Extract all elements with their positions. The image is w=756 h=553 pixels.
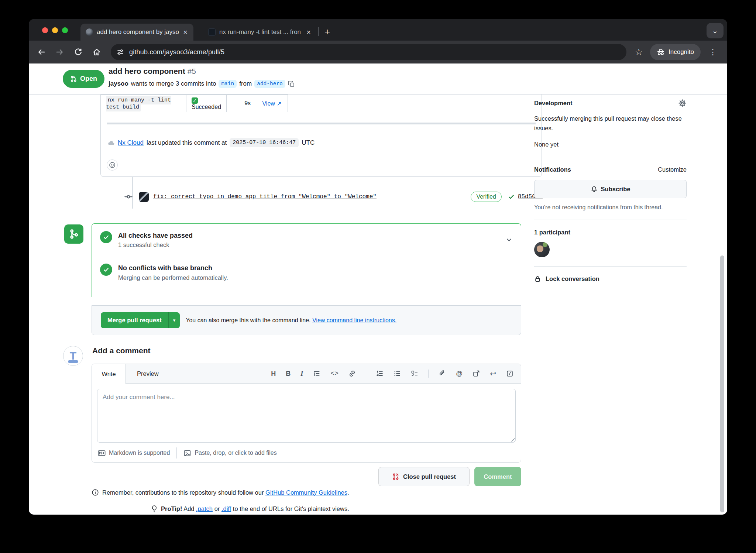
tab-nx-run[interactable]: nx run-many -t lint test ... fron ×	[203, 24, 317, 41]
attach-file-icon[interactable]	[439, 370, 446, 377]
lock-conversation-button[interactable]: Lock conversation	[534, 275, 687, 282]
back-icon[interactable]	[37, 48, 46, 56]
task-list-icon[interactable]	[411, 370, 418, 377]
view-link[interactable]: View ↗	[262, 100, 281, 107]
preview-tab[interactable]: Preview	[126, 364, 170, 383]
forward-icon[interactable]	[55, 48, 64, 56]
add-reaction-button[interactable]	[107, 159, 118, 171]
git-merge-icon	[69, 229, 79, 239]
conflicts-title: No conflicts with base branch	[118, 264, 228, 272]
checks-passed-section[interactable]: All checks have passed 1 successful chec…	[92, 224, 521, 256]
editor-footer: Markdown is supported Paste, drop, or cl…	[92, 447, 521, 458]
link-icon[interactable]	[348, 370, 356, 377]
verified-badge[interactable]: Verified	[471, 192, 501, 202]
customize-link[interactable]: Customize	[658, 166, 687, 173]
pr-title: add hero component#5	[109, 67, 196, 76]
quote-icon[interactable]	[313, 370, 320, 377]
nx-cloud-link[interactable]: Nx Cloud	[118, 139, 144, 147]
pr-sticky-header: Open add hero component#5 jaysoo wants t…	[29, 63, 727, 95]
tab-pull-request[interactable]: add hero component by jayso ×	[80, 24, 193, 41]
italic-icon[interactable]: I	[300, 370, 303, 378]
address-bar[interactable]: github.com/jaysoo3/acme/pull/5	[111, 44, 626, 60]
saved-replies-icon[interactable]: ↩	[490, 369, 496, 378]
markdown-supported-button[interactable]: Markdown is supported	[98, 449, 170, 457]
commit-message-link[interactable]: fix: correct typo in demo app title from…	[153, 193, 377, 200]
screen: add hero component by jayso × nx run-man…	[0, 0, 756, 553]
incognito-badge: Incognito	[650, 44, 701, 60]
home-icon[interactable]	[92, 48, 101, 56]
merge-actions-footer: Merge pull request ▾ You can also merge …	[92, 305, 521, 335]
code-icon[interactable]: <>	[330, 370, 339, 377]
close-pull-request-button[interactable]: Close pull request	[378, 467, 470, 486]
traffic-lights	[42, 27, 68, 33]
close-tab-icon[interactable]: ×	[182, 28, 188, 36]
bookmark-star-icon[interactable]: ☆	[635, 47, 643, 57]
info-icon	[92, 489, 99, 496]
patch-link[interactable]: .patch	[196, 505, 213, 512]
heading-icon[interactable]: H	[271, 370, 276, 378]
bold-icon[interactable]: B	[286, 370, 291, 378]
subscribe-button[interactable]: Subscribe	[534, 180, 687, 198]
community-guidelines-link[interactable]: GitHub Community Guidelines	[265, 489, 347, 496]
comment-input[interactable]	[97, 389, 516, 443]
notifications-status-text: You're not receiving notifications from …	[534, 204, 687, 211]
merge-pull-request-button[interactable]: Merge pull request ▾	[101, 312, 180, 328]
git-commit-icon	[124, 192, 133, 201]
participant-avatar[interactable]	[534, 242, 550, 257]
new-tab-button[interactable]: +	[322, 26, 332, 38]
development-heading: Development	[534, 100, 573, 107]
cli-instructions-link[interactable]: View command line instructions.	[312, 317, 396, 323]
base-branch-label[interactable]: main	[219, 80, 237, 88]
nx-favicon	[208, 28, 216, 36]
close-tab-icon[interactable]: ×	[306, 28, 312, 36]
toolbar-divider	[428, 370, 429, 378]
conflicts-subtitle: Merging can be performed automatically.	[118, 274, 228, 281]
comment-input-wrap	[97, 389, 516, 443]
site-settings-icon[interactable]	[117, 48, 124, 56]
chevron-down-icon[interactable]	[505, 236, 513, 244]
page-scrollbar-thumb[interactable]	[720, 255, 724, 512]
numbered-list-icon[interactable]	[376, 370, 384, 377]
mention-icon[interactable]: @	[456, 370, 463, 378]
check-command-cell: nx run-many -t lint test build	[101, 95, 186, 112]
copy-icon[interactable]	[288, 80, 295, 87]
check-view-cell: View ↗	[256, 95, 288, 112]
reload-icon[interactable]	[74, 48, 83, 56]
slash-commands-icon[interactable]	[506, 370, 513, 377]
timestamp: 2025-07-10 16:46:47	[230, 138, 299, 147]
participants-heading: 1 participant	[534, 229, 687, 236]
sidebar-divider	[534, 266, 687, 267]
tab-search-button[interactable]: ⌄	[707, 23, 724, 38]
browser-menu-icon[interactable]: ⋮	[707, 47, 719, 57]
diff-link[interactable]: .diff	[221, 505, 231, 512]
maximize-window-button[interactable]	[62, 27, 68, 33]
bell-icon	[591, 186, 598, 193]
pr-author[interactable]: jaysoo	[109, 80, 128, 87]
pr-number: #5	[188, 67, 196, 75]
head-branch-label[interactable]: add-hero	[254, 80, 285, 88]
browser-window: add hero component by jayso × nx run-man…	[29, 19, 727, 515]
gear-icon[interactable]	[678, 99, 687, 107]
pr-closed-icon	[392, 473, 399, 480]
commit-author-avatar[interactable]	[139, 192, 149, 202]
editor-toolbar: H B I <> @ ↩	[271, 364, 521, 383]
check-circle-icon	[100, 264, 112, 276]
comment-button[interactable]: Comment	[474, 467, 521, 486]
paste-files-button[interactable]: Paste, drop, or click to add files	[183, 449, 276, 457]
minimize-window-button[interactable]	[52, 27, 58, 33]
merge-options-caret[interactable]: ▾	[168, 312, 180, 328]
checks-subtitle: 1 successful check	[118, 241, 193, 248]
success-check-icon: ✓	[192, 97, 198, 104]
bullet-list-icon[interactable]	[394, 370, 401, 377]
cross-reference-icon[interactable]	[472, 370, 480, 377]
incognito-icon	[657, 48, 665, 56]
check-duration-cell: 9s	[227, 95, 256, 112]
close-window-button[interactable]	[42, 27, 48, 33]
tab-strip: add hero component by jayso × nx run-man…	[29, 19, 727, 41]
current-user-avatar: T	[63, 346, 83, 366]
development-description: Successfully merging this pull request m…	[534, 114, 687, 133]
protip-note: ProTip! Add .patch or .diff to the end o…	[151, 505, 349, 512]
merge-status-badge	[64, 224, 83, 244]
checks-table: nx run-many -t lint test build ✓Succeede…	[100, 95, 288, 112]
write-tab[interactable]: Write	[92, 364, 126, 384]
